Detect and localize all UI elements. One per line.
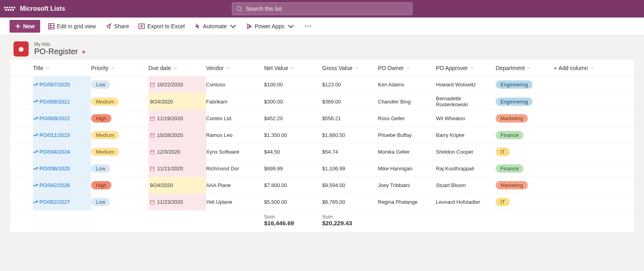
- table-row[interactable]: PO/009/2022High11/19/2020Contex Ltd.$452…: [10, 110, 634, 127]
- priority-pill: High: [91, 181, 111, 189]
- search-input[interactable]: [246, 6, 408, 12]
- title-cell[interactable]: PO/009/2022: [33, 110, 91, 127]
- approver-cell: Leonard Hofstadter: [436, 194, 496, 210]
- table-row[interactable]: PO/052/2027Low11/23/2020Yeti Uplane$5,50…: [10, 194, 634, 211]
- priority-cell: Low: [91, 76, 148, 93]
- title-text: PO/009/2022: [39, 115, 70, 121]
- table-footer: Sum $16,446.69 Sum $20,229.43: [10, 211, 634, 232]
- chevron-down-icon: [470, 66, 474, 70]
- approver-cell: Raj Koothrappali: [436, 160, 496, 177]
- share-label: Share: [114, 23, 129, 29]
- column-due[interactable]: Due date: [148, 60, 206, 76]
- search-box[interactable]: [232, 2, 412, 15]
- calendar-icon: [150, 166, 155, 171]
- svg-point-9: [19, 47, 23, 52]
- gross-cell: $9,594.00: [322, 177, 378, 193]
- row-select[interactable]: [10, 194, 33, 210]
- column-gross[interactable]: Gross Value: [322, 60, 378, 76]
- table-row[interactable]: PO/011/2023Medium10/28/2020Ramos Leo$1,3…: [10, 127, 634, 144]
- column-department[interactable]: Department: [496, 60, 552, 76]
- breadcrumb[interactable]: My lists: [34, 41, 86, 47]
- add-column-button[interactable]: +Add column: [552, 60, 600, 76]
- table-row[interactable]: PO/042/2026High9/24/2020AAA Plane$7,800.…: [10, 177, 634, 194]
- chevron-down-icon: [173, 66, 177, 70]
- net-cell: $452.20: [264, 110, 322, 127]
- title-text: PO/007/2020: [39, 82, 70, 88]
- export-button[interactable]: Export to Excel: [137, 21, 186, 31]
- table-row[interactable]: PO/008/2021Medium9/24/2020Fabrikam$300.0…: [10, 93, 634, 110]
- automate-icon: [194, 23, 200, 29]
- row-select[interactable]: [10, 160, 33, 177]
- trend-icon: [33, 82, 38, 87]
- title-text: PO/034/2024: [39, 149, 70, 155]
- title-text: PO/052/2027: [39, 199, 70, 205]
- select-all-column[interactable]: [10, 60, 33, 76]
- svg-rect-27: [150, 167, 154, 171]
- title-text: PO/036/2025: [39, 166, 70, 172]
- title-cell[interactable]: PO/011/2023: [33, 127, 91, 143]
- app-header: Microsoft Lists: [0, 0, 644, 18]
- column-vendor[interactable]: Vendor: [206, 60, 264, 76]
- chevron-down-icon: [230, 23, 236, 29]
- share-button[interactable]: Share: [104, 21, 130, 31]
- row-select[interactable]: [10, 93, 33, 110]
- gross-cell: $1,660.50: [322, 127, 378, 143]
- priority-pill: High: [91, 114, 111, 123]
- title-cell[interactable]: PO/034/2024: [33, 144, 91, 160]
- favorite-star-icon[interactable]: ★: [81, 49, 86, 55]
- column-owner[interactable]: PO Owner: [378, 60, 436, 76]
- new-button[interactable]: New: [10, 20, 40, 33]
- column-net[interactable]: Net Value: [264, 60, 322, 76]
- column-title[interactable]: Title: [33, 60, 91, 76]
- automate-label: Automate: [203, 23, 227, 29]
- row-select[interactable]: [10, 127, 33, 143]
- edit-grid-button[interactable]: Edit in grid view: [47, 21, 97, 31]
- svg-rect-19: [150, 134, 154, 137]
- chevron-down-icon: [590, 66, 594, 70]
- title-cell[interactable]: PO/052/2027: [33, 194, 91, 210]
- department-cell: IT: [496, 194, 552, 210]
- priority-pill: Low: [91, 164, 110, 173]
- title-text: PO/042/2026: [39, 182, 70, 188]
- owner-cell: Monika Geller: [378, 144, 436, 160]
- new-label: New: [23, 23, 35, 29]
- due-text: 11/23/2020: [157, 199, 183, 205]
- row-select[interactable]: [10, 177, 33, 193]
- export-label: Export to Excel: [147, 23, 185, 29]
- app-launcher-icon[interactable]: [4, 3, 15, 14]
- net-cell: $100.00: [264, 76, 322, 93]
- chevron-down-icon: [355, 66, 359, 70]
- owner-cell: Mike Hannigan: [378, 160, 436, 177]
- title-cell[interactable]: PO/036/2025: [33, 160, 91, 177]
- table-row[interactable]: PO/036/2025Low11/21/2020Richmond Dor$899…: [10, 160, 634, 177]
- department-cell: Finance: [496, 127, 552, 143]
- department-pill: Finance: [496, 131, 523, 139]
- automate-button[interactable]: Automate: [193, 21, 238, 31]
- row-select[interactable]: [10, 76, 33, 93]
- trend-icon: [33, 200, 38, 205]
- row-select[interactable]: [10, 144, 33, 160]
- priority-cell: Medium: [91, 93, 148, 110]
- due-text: 10/22/2020: [157, 82, 183, 88]
- column-approver[interactable]: PO Approver: [436, 60, 496, 76]
- net-sum: Sum $16,446.69: [264, 211, 322, 232]
- powerapps-button[interactable]: Power Apps: [244, 21, 296, 31]
- grid-label: Edit in grid view: [57, 23, 96, 29]
- priority-cell: Medium: [91, 127, 148, 143]
- title-cell[interactable]: PO/042/2026: [33, 177, 91, 193]
- excel-icon: [138, 23, 145, 29]
- row-select[interactable]: [10, 110, 33, 127]
- priority-cell: Medium: [91, 144, 148, 160]
- title-cell[interactable]: PO/008/2021: [33, 93, 91, 110]
- net-cell: $1,350.00: [264, 127, 322, 143]
- svg-rect-11: [150, 83, 154, 87]
- list-title: PO-Register: [34, 47, 78, 56]
- table-row[interactable]: PO/007/2020Low10/22/2020Contoso$100.00$1…: [10, 76, 634, 93]
- table-row[interactable]: PO/034/2024Medium12/3/2020Xynx Software$…: [10, 144, 634, 160]
- piggybank-icon: [17, 45, 25, 53]
- more-actions-button[interactable]: [302, 22, 314, 30]
- table-header-row: Title Priority Due date Vendor Net Value…: [10, 60, 634, 76]
- column-priority[interactable]: Priority: [91, 60, 148, 76]
- vendor-cell: Xynx Software: [206, 144, 264, 160]
- title-cell[interactable]: PO/007/2020: [33, 76, 91, 93]
